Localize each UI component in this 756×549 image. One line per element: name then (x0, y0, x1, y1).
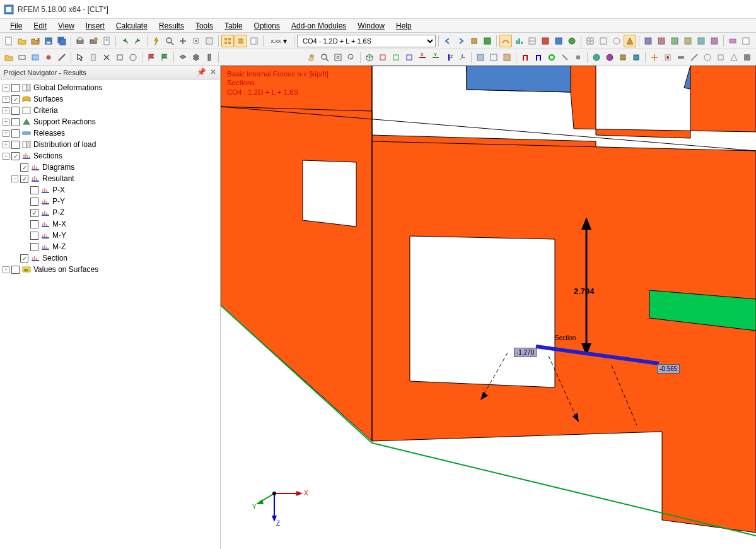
grid-1-icon[interactable] (584, 35, 596, 47)
print-icon[interactable] (74, 35, 86, 47)
flag-2-icon[interactable] (158, 51, 171, 64)
expander-icon[interactable]: − (11, 175, 18, 182)
render-2-icon[interactable] (487, 51, 500, 64)
checkbox[interactable]: ✓ (11, 95, 20, 103)
3d-viewport[interactable]: Basic Internal Forces n-x [kip/ft] Secti… (221, 66, 756, 549)
grid-view-icon[interactable] (221, 35, 234, 47)
checkbox[interactable]: ✓ (20, 175, 28, 183)
checkbox[interactable] (30, 198, 38, 206)
menu-insert[interactable]: Insert (81, 20, 110, 32)
module-6-icon[interactable] (708, 35, 721, 47)
edit-4-icon[interactable] (127, 51, 139, 64)
close-panel-icon[interactable]: ✕ (210, 68, 216, 76)
checkbox[interactable] (30, 243, 38, 251)
menu-calculate[interactable]: Calculate (111, 20, 153, 32)
checkbox[interactable] (11, 129, 20, 138)
menu-help[interactable]: Help (391, 20, 417, 32)
expander-icon[interactable]: + (3, 141, 9, 148)
checkbox[interactable]: ✓ (30, 209, 38, 217)
expander-icon[interactable]: + (3, 85, 9, 92)
expander-icon[interactable]: + (3, 96, 9, 103)
node-tool-icon[interactable] (42, 51, 55, 64)
tree-label[interactable]: Releases (33, 129, 65, 138)
new-icon[interactable] (3, 35, 15, 47)
tree-label[interactable]: Section (42, 254, 67, 263)
expander-icon[interactable]: + (3, 266, 9, 273)
open-icon[interactable] (16, 35, 28, 47)
render-1-icon[interactable] (474, 51, 487, 64)
expander-icon[interactable]: + (3, 130, 9, 137)
result-3-icon[interactable] (539, 35, 552, 47)
extra-3-icon[interactable] (675, 51, 687, 64)
edit-2-icon[interactable] (100, 51, 113, 64)
menu-table[interactable]: Table (219, 20, 248, 32)
close-icon[interactable] (29, 35, 42, 47)
zoom-all-icon[interactable] (332, 51, 344, 64)
settings-icon[interactable] (190, 35, 202, 47)
result-5-icon[interactable] (566, 35, 578, 47)
checkbox[interactable] (11, 84, 20, 92)
report-icon[interactable] (100, 35, 113, 47)
undo-icon[interactable] (119, 35, 131, 47)
result-4-icon[interactable] (552, 35, 565, 47)
expander-icon[interactable]: + (3, 107, 9, 114)
show-4-icon[interactable] (630, 51, 643, 64)
snap-1-icon[interactable] (519, 51, 532, 64)
folder-2-icon[interactable] (3, 51, 15, 64)
module-3-icon[interactable] (668, 35, 681, 47)
tree-label[interactable]: Surfaces (33, 95, 63, 103)
pin-icon[interactable]: 📌 (197, 68, 206, 76)
tree-label[interactable]: M-Z (52, 242, 66, 251)
save-icon[interactable] (42, 35, 55, 47)
menu-window[interactable]: Window (352, 20, 390, 32)
view-x-icon[interactable] (376, 51, 389, 64)
menu-tools[interactable]: Tools (190, 20, 218, 32)
line-tool-icon[interactable] (55, 51, 68, 64)
hand-icon[interactable] (305, 51, 318, 64)
module-1-icon[interactable] (642, 35, 654, 47)
view-z-icon[interactable] (403, 51, 416, 64)
prev-icon[interactable] (441, 35, 454, 47)
grid-4-icon[interactable] (624, 35, 636, 47)
options-icon[interactable] (203, 35, 216, 47)
extra-6-icon[interactable] (714, 51, 727, 64)
snap-4-icon[interactable] (559, 51, 571, 64)
extra-7-icon[interactable] (728, 51, 740, 64)
extra-2-icon[interactable] (661, 51, 674, 64)
grid-3-icon[interactable] (610, 35, 623, 47)
save-all-icon[interactable] (55, 35, 68, 47)
pan-icon[interactable] (177, 35, 189, 47)
cursor-icon[interactable] (74, 51, 86, 64)
tree-label[interactable]: Distribution of load (33, 140, 96, 149)
result-2-icon[interactable] (526, 35, 538, 47)
module-4-icon[interactable] (682, 35, 694, 47)
tree-label[interactable]: Criteria (33, 106, 58, 115)
tree-label[interactable]: P-Z (52, 208, 64, 217)
layer-1-icon[interactable] (177, 51, 189, 64)
show-2-icon[interactable] (603, 51, 616, 64)
menu-file[interactable]: File (5, 20, 27, 32)
load-case-combo[interactable]: CO4 - 1.2D + L + 1.6S (297, 35, 436, 47)
cube-icon[interactable] (468, 35, 480, 47)
checkbox[interactable] (11, 107, 20, 115)
menu-addon[interactable]: Add-on Modules (286, 20, 351, 32)
zoom-window-icon[interactable] (318, 51, 331, 64)
edit-3-icon[interactable] (113, 51, 126, 64)
layer-3-icon[interactable] (203, 51, 216, 64)
checkbox[interactable]: ✓ (20, 163, 28, 172)
checkbox[interactable] (11, 266, 20, 274)
zoom-icon[interactable] (163, 35, 176, 47)
module-2-icon[interactable] (655, 35, 668, 47)
expander-icon[interactable]: + (3, 119, 9, 126)
render-3-icon[interactable] (501, 51, 513, 64)
checkbox[interactable]: ✓ (20, 254, 28, 263)
snap-3-icon[interactable] (545, 51, 558, 64)
module-7-icon[interactable] (726, 35, 739, 47)
tree-label[interactable]: Resultant (42, 174, 74, 183)
result-1-icon[interactable] (513, 35, 525, 47)
checkbox[interactable] (11, 118, 20, 126)
tree-label[interactable]: P-Y (52, 197, 65, 206)
redo-icon[interactable] (132, 35, 144, 47)
extra-5-icon[interactable] (701, 51, 714, 64)
menu-results[interactable]: Results (154, 20, 189, 32)
